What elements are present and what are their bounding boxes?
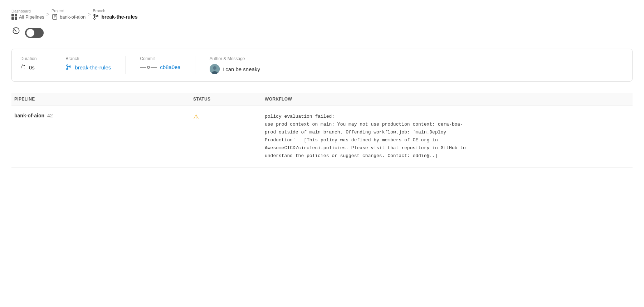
author-col: Author & Message I can be sneaky [195,56,260,74]
branch-col: Branch break-the-rules [51,56,111,74]
commit-col: Commit cb8a0ea [125,56,181,74]
spiral-icon [11,27,21,39]
pipeline-workflow-cell: policy evaluation failed: use_prod_conte… [262,113,633,160]
breadcrumb-current: break-the-rules [93,14,137,20]
info-card: Duration ⏱ 0s Branch break-the-rules [11,49,633,82]
project-icon [52,14,58,20]
duration-value: ⏱ 0s [20,64,36,70]
breadcrumb-separator-2: > [88,11,91,17]
branch-label: Branch [65,56,111,61]
grid-icon [11,14,17,20]
svg-point-5 [94,18,95,19]
pipeline-name-cell: bank-of-aion 42 [11,113,190,118]
svg-point-4 [94,14,95,16]
pipeline-table: Pipeline Status Workflow bank-of-aion 42… [11,93,633,168]
breadcrumb-project-label: Project [52,9,86,13]
col-workflow: Workflow [262,97,633,102]
duration-label: Duration [20,56,36,61]
commit-label: Commit [140,56,181,61]
pipeline-number: 42 [47,113,53,118]
breadcrumb-dashboard-text: All Pipelines [19,14,44,20]
breadcrumb-separator-1: > [47,11,49,17]
pipeline-table-header: Pipeline Status Workflow [11,93,633,106]
toggle-knob [26,29,34,37]
toggle-row [11,27,633,39]
author-value: I can be sneaky [210,64,260,74]
warning-icon: ⚠ [193,113,199,121]
breadcrumb: Dashboard All Pipelines > Project bank-o… [11,9,633,20]
breadcrumb-branch-section: Branch break-the-rules [93,9,137,20]
breadcrumb-dashboard-label: Dashboard [11,9,44,13]
pipeline-toggle[interactable] [25,28,44,38]
table-row: bank-of-aion 42 ⚠ policy evaluation fail… [11,106,633,168]
author-label: Author & Message [210,56,260,61]
pipeline-status-cell: ⚠ [190,113,262,121]
avatar [210,64,220,74]
commit-value: cb8a0ea [140,64,181,70]
author-message: I can be sneaky [223,66,260,72]
branch-icon-breadcrumb [93,14,99,20]
svg-point-9 [67,68,68,70]
breadcrumb-branch-label: Branch [93,9,137,13]
branch-link[interactable]: break-the-rules [75,64,111,70]
breadcrumb-dashboard-section: Dashboard All Pipelines [11,9,44,20]
branch-icon-card [65,64,72,70]
svg-point-13 [213,66,216,70]
pipeline-name: bank-of-aion [14,113,44,118]
branch-value: break-the-rules [65,64,111,70]
commit-icon [140,66,157,69]
breadcrumb-project-link[interactable]: bank-of-aion [52,14,86,20]
breadcrumb-project-section: Project bank-of-aion [52,9,86,20]
breadcrumb-branch-text: break-the-rules [101,14,137,20]
breadcrumb-project-text: bank-of-aion [60,14,86,20]
clock-icon: ⏱ [20,64,26,70]
duration-text: 0s [29,64,35,70]
breadcrumb-dashboard-link[interactable]: All Pipelines [11,14,44,20]
col-pipeline: Pipeline [11,97,190,102]
commit-link[interactable]: cb8a0ea [160,64,181,70]
col-status: Status [190,97,262,102]
duration-col: Duration ⏱ 0s [20,56,36,74]
svg-point-8 [67,65,68,66]
